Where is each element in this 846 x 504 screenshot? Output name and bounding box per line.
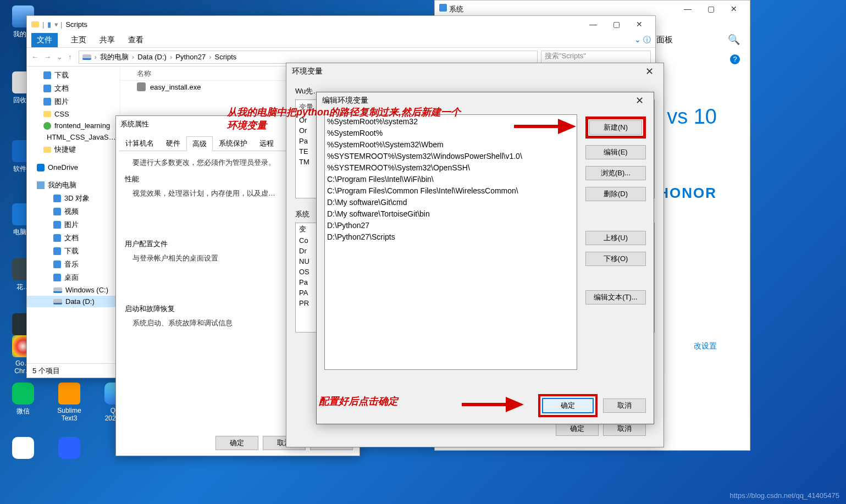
tab-hardware[interactable]: 硬件: [160, 136, 186, 151]
dialog-title: 编辑环境变量: [322, 96, 368, 106]
path-list[interactable]: %SystemRoot%\system32 %SystemRoot% %Syst…: [324, 114, 577, 370]
ok-button[interactable]: 确定: [543, 398, 593, 413]
edit-text-button[interactable]: 编辑文本(T)...: [585, 290, 646, 304]
arrow-icon: [459, 394, 525, 416]
help-icon[interactable]: ?: [730, 54, 740, 64]
drive-icon: [82, 54, 91, 60]
ribbon-share[interactable]: 共享: [99, 35, 115, 45]
watermark: https://blog.csdn.net/qq_41405475: [730, 491, 840, 500]
nav-item-frontend[interactable]: frontend_learning: [27, 120, 120, 131]
ok-button[interactable]: 确定: [215, 436, 258, 450]
ribbon-home[interactable]: 主页: [71, 35, 86, 45]
nav-forward-icon[interactable]: →: [44, 53, 51, 61]
nav-item-3dobjects[interactable]: 3D 对象: [27, 192, 120, 205]
annotation-text: 环境变量: [227, 119, 267, 132]
nav-item-ddrive[interactable]: Data (D:): [27, 296, 120, 307]
cloud-icon: [37, 164, 45, 171]
arrow-icon: [511, 115, 577, 137]
nav-item-thispc[interactable]: 我的电脑: [27, 179, 120, 192]
list-item[interactable]: C:\Program Files\Intel\WiFi\bin\: [327, 174, 574, 185]
breadcrumb[interactable]: Data (D:): [137, 53, 167, 61]
document-icon: [43, 85, 51, 92]
minimize-button[interactable]: —: [676, 1, 699, 17]
nav-pane: 下载 文档 图片 CSS frontend_learning HTML_CSS_…: [27, 67, 120, 363]
desktop-icon[interactable]: [7, 437, 40, 461]
minimize-button[interactable]: —: [582, 16, 605, 32]
system-title: 系统: [449, 5, 463, 13]
nav-item-downloads[interactable]: 下载: [27, 69, 120, 82]
change-settings-link[interactable]: 改设置: [694, 341, 717, 351]
list-item[interactable]: D:\My software\TortoiseGit\bin: [327, 208, 574, 220]
nav-back-icon[interactable]: ←: [31, 53, 38, 61]
list-item[interactable]: D:\My software\Git\cmd: [327, 197, 574, 208]
nav-recent-icon[interactable]: ⌄: [57, 53, 63, 61]
breadcrumb[interactable]: Scripts: [215, 53, 237, 61]
close-button[interactable]: ✕: [628, 16, 651, 32]
nav-item-htmlcss[interactable]: HTML_CSS_JavaS…: [27, 131, 120, 143]
tab-advanced[interactable]: 高级: [186, 136, 213, 151]
desktop-icon[interactable]: [53, 437, 86, 461]
browse-button[interactable]: 浏览(B)...: [585, 166, 646, 180]
address-bar[interactable]: › 我的电脑› Data (D:)› Python27› Scripts: [79, 51, 538, 64]
nav-up-icon[interactable]: ↑: [68, 53, 72, 61]
search-input[interactable]: 搜索"Scripts": [541, 51, 651, 64]
nav-item-documents[interactable]: 文档: [27, 82, 120, 95]
nav-item-css[interactable]: CSS: [27, 108, 120, 120]
close-icon[interactable]: ✕: [641, 64, 658, 79]
list-item[interactable]: D:\Python27: [327, 220, 574, 231]
tab-protection[interactable]: 系统保护: [213, 136, 253, 151]
edit-button[interactable]: 编辑(E): [585, 145, 646, 159]
folder-icon: [31, 21, 39, 27]
nav-item-cdrive[interactable]: Windows (C:): [27, 284, 120, 296]
cancel-button[interactable]: 取消: [603, 398, 646, 413]
folder-icon: [43, 111, 51, 117]
maximize-button[interactable]: ▢: [605, 16, 628, 32]
picture-icon: [43, 98, 51, 106]
dialog-title: 系统属性: [120, 119, 149, 129]
nav-item-desktop[interactable]: 桌面: [27, 271, 120, 284]
breadcrumb[interactable]: Python27: [175, 53, 206, 61]
edit-env-var-dialog: 编辑环境变量 ✕ %SystemRoot%\system32 %SystemRo…: [316, 92, 654, 424]
column-name[interactable]: 名称: [137, 69, 151, 79]
list-item[interactable]: C:\Program Files\Common Files\Intel\Wire…: [327, 185, 574, 197]
maximize-button[interactable]: ▢: [699, 1, 722, 17]
list-item[interactable]: %SYSTEMROOT%\System32\WindowsPowerShell\…: [327, 151, 574, 162]
list-item[interactable]: %SystemRoot%\System32\Wbem: [327, 139, 574, 151]
nav-item-music[interactable]: 音乐: [27, 258, 120, 271]
search-icon[interactable]: 🔍: [728, 34, 740, 46]
drive-icon: [53, 299, 62, 304]
ribbon-expand-icon[interactable]: ⌄ ⓘ: [634, 35, 651, 45]
music-icon: [53, 261, 61, 268]
move-up-button[interactable]: 上移(U): [585, 231, 646, 245]
file-name: easy_install.exe: [150, 83, 201, 91]
nav-item-pictures2[interactable]: 图片: [27, 218, 120, 231]
ribbon-view[interactable]: 查看: [128, 35, 143, 45]
nav-item-pictures[interactable]: 图片: [27, 95, 120, 108]
window-title: Scripts: [65, 20, 87, 29]
list-item[interactable]: %SYSTEMROOT%\System32\OpenSSH\: [327, 162, 574, 174]
ribbon-file[interactable]: 文件: [31, 33, 58, 47]
new-button[interactable]: 新建(N): [589, 120, 642, 135]
nav-item-videos[interactable]: 视频: [27, 205, 120, 218]
honor-brand: HONOR: [658, 185, 717, 202]
nav-item-shortcuts[interactable]: 快捷键: [27, 143, 120, 156]
delete-button[interactable]: 删除(D): [585, 187, 646, 201]
breadcrumb[interactable]: 我的电脑: [100, 52, 129, 62]
nav-item-onedrive[interactable]: OneDrive: [27, 162, 120, 173]
close-icon[interactable]: ✕: [631, 93, 648, 108]
objects-icon: [53, 195, 61, 202]
tab-computer-name[interactable]: 计算机名: [119, 136, 160, 151]
nav-item-documents2[interactable]: 文档: [27, 231, 120, 245]
new-button-highlight: 新建(N): [585, 117, 646, 139]
nav-item-downloads2[interactable]: 下载: [27, 245, 120, 258]
list-item[interactable]: D:\Python27\Scripts: [327, 231, 574, 243]
annotation-text: 配置好后点击确定: [319, 395, 398, 408]
tab-remote[interactable]: 远程: [253, 136, 280, 151]
folder-icon: [43, 122, 51, 130]
close-button[interactable]: ✕: [722, 1, 745, 17]
move-down-button[interactable]: 下移(O): [585, 252, 646, 266]
desktop-icon-label: Sublime Text3: [53, 407, 86, 422]
ok-button-highlight: 确定: [538, 394, 598, 417]
desktop-icon[interactable]: Sublime Text3: [53, 383, 86, 422]
desktop-icon[interactable]: 微信: [7, 383, 40, 416]
